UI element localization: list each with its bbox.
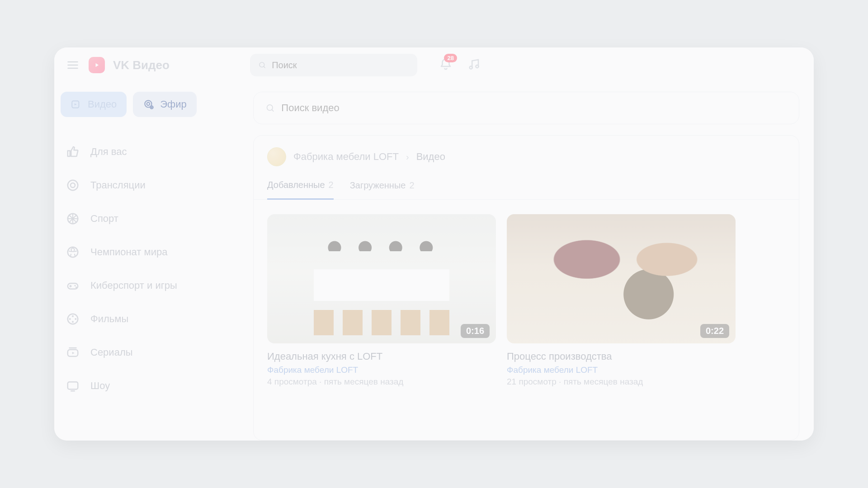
app-logo-icon[interactable]	[89, 57, 105, 73]
filter-count: 2	[409, 180, 414, 191]
svg-rect-20	[68, 382, 78, 389]
soccer-icon	[66, 245, 80, 259]
svg-point-13	[75, 286, 77, 288]
main: Фабрика мебели LOFT › Видео Добавленные …	[244, 83, 814, 441]
sidebar-item-for-you[interactable]: Для вас	[61, 135, 238, 169]
header-actions: 28	[439, 57, 481, 73]
video-title[interactable]: Идеальная кухня с LOFT	[267, 351, 496, 362]
music-button[interactable]	[467, 57, 481, 73]
video-grid: 0:16 Идеальная кухня с LOFT Фабрика мебе…	[267, 214, 785, 387]
thumb-up-icon	[66, 145, 80, 159]
svg-rect-11	[68, 283, 78, 289]
svg-point-7	[68, 180, 78, 191]
menu-toggle-button[interactable]	[65, 57, 80, 73]
video-tab-icon	[71, 99, 82, 110]
chevron-right-icon: ›	[406, 152, 409, 162]
svg-point-12	[74, 285, 75, 286]
sidebar-item-streams[interactable]: Трансляции	[61, 169, 238, 202]
sidebar-item-films[interactable]: Фильмы	[61, 302, 238, 336]
video-meta: 4 просмотра · пять месяцев назад	[267, 377, 496, 387]
series-icon	[66, 346, 80, 359]
sidebar-item-esports[interactable]: Киберспорт и игры	[61, 269, 238, 302]
filter-tabs: Добавленные 2 Загруженные 2	[254, 180, 799, 200]
filter-label: Добавленные	[267, 180, 325, 190]
header: VK Видео 28	[54, 47, 814, 83]
video-thumbnail[interactable]: 0:16	[267, 214, 496, 343]
sidebar-item-sport[interactable]: Спорт	[61, 202, 238, 235]
svg-point-1	[470, 66, 472, 69]
sidebar-item-show[interactable]: Шоу	[61, 369, 238, 403]
search-icon	[258, 61, 266, 70]
breadcrumb-current: Видео	[416, 151, 445, 163]
svg-point-17	[69, 318, 71, 320]
target-icon	[66, 178, 80, 192]
sidebar-item-worldcup[interactable]: Чемпионат мира	[61, 235, 238, 269]
tv-icon	[66, 379, 80, 393]
breadcrumb-channel[interactable]: Фабрика мебели LOFT	[293, 151, 399, 163]
breadcrumb: Фабрика мебели LOFT › Видео	[267, 147, 785, 166]
sidebar-item-label: Сериалы	[90, 347, 133, 358]
video-search-input[interactable]	[281, 102, 787, 114]
channel-panel: Фабрика мебели LOFT › Видео Добавленные …	[253, 135, 799, 441]
video-meta: 21 просмотр · пять месяцев назад	[507, 377, 736, 387]
svg-point-5	[147, 103, 150, 106]
search-icon	[265, 103, 275, 113]
svg-point-18	[75, 318, 76, 320]
global-search[interactable]	[250, 54, 417, 76]
global-search-input[interactable]	[272, 60, 409, 70]
app-window: VK Видео 28 Видео	[54, 47, 814, 441]
sidebar: Видео Эфир Для вас Трансляции Спорт	[54, 83, 244, 441]
sidebar-item-label: Шоу	[90, 380, 110, 392]
filter-label: Загруженные	[350, 180, 406, 191]
sidebar-item-label: Киберспорт и игры	[90, 280, 177, 291]
app-brand[interactable]: VK Видео	[113, 58, 170, 72]
notifications-button[interactable]: 28	[439, 57, 453, 73]
sidebar-item-label: Трансляции	[90, 179, 146, 191]
filter-added[interactable]: Добавленные 2	[267, 180, 334, 200]
tab-live-label: Эфир	[160, 99, 186, 110]
tab-live[interactable]: Эфир	[133, 92, 196, 117]
video-channel[interactable]: Фабрика мебели LOFT	[267, 365, 496, 375]
svg-point-8	[71, 183, 75, 188]
video-channel[interactable]: Фабрика мебели LOFT	[507, 365, 736, 375]
sidebar-item-label: Фильмы	[90, 313, 128, 325]
mode-tabs: Видео Эфир	[61, 92, 238, 117]
filter-uploaded[interactable]: Загруженные 2	[350, 180, 415, 199]
content: Видео Эфир Для вас Трансляции Спорт	[54, 83, 814, 441]
svg-point-2	[476, 65, 478, 68]
video-card[interactable]: 0:16 Идеальная кухня с LOFT Фабрика мебе…	[267, 214, 496, 387]
tab-video-label: Видео	[88, 99, 117, 110]
notifications-badge: 28	[444, 54, 457, 62]
video-title[interactable]: Процесс производства	[507, 351, 736, 362]
basketball-icon	[66, 212, 80, 225]
sidebar-item-label: Для вас	[90, 146, 127, 158]
film-icon	[66, 312, 80, 326]
music-icon	[467, 57, 481, 71]
svg-point-15	[72, 315, 74, 317]
live-tab-icon	[143, 99, 155, 110]
video-search[interactable]	[253, 92, 799, 124]
video-duration: 0:22	[700, 324, 729, 338]
svg-point-16	[72, 321, 74, 323]
video-duration: 0:16	[461, 324, 490, 338]
tab-video[interactable]: Видео	[61, 92, 127, 117]
sidebar-item-series[interactable]: Сериалы	[61, 336, 238, 369]
video-card[interactable]: 0:22 Процесс производства Фабрика мебели…	[507, 214, 736, 387]
gamepad-icon	[66, 279, 80, 292]
hamburger-icon	[66, 59, 79, 71]
sidebar-item-label: Спорт	[90, 213, 118, 225]
channel-avatar[interactable]	[267, 147, 286, 166]
video-thumbnail[interactable]: 0:22	[507, 214, 736, 343]
sidebar-item-label: Чемпионат мира	[90, 246, 167, 258]
filter-count: 2	[329, 180, 334, 190]
svg-point-10	[68, 247, 78, 258]
